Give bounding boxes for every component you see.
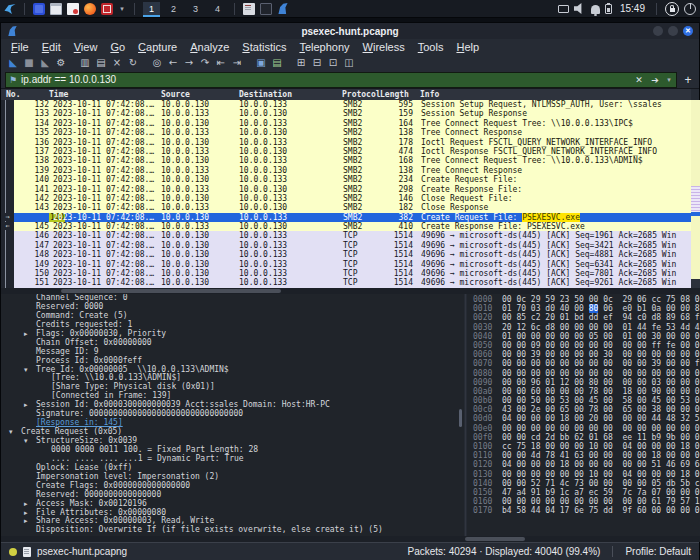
hex-byte[interactable]: 00 [603,405,613,414]
expand-toggle-icon[interactable]: ▸ [24,509,36,518]
hex-byte[interactable]: 00 [622,424,632,433]
firefox-icon[interactable] [84,3,96,15]
hex-byte[interactable]: 00 [622,414,632,423]
hex-byte[interactable]: db [666,479,676,488]
status-profile[interactable]: Profile: Default [625,546,691,557]
hex-byte[interactable]: 00 [516,497,526,506]
power-icon[interactable] [684,3,696,15]
hex-byte[interactable]: 08 [680,295,690,304]
hex-byte[interactable]: bb [560,433,570,442]
hex-byte[interactable]: 00 [680,405,690,414]
hex-byte[interactable]: 00 [622,378,632,387]
hex-row-0100[interactable]: 0100 cc 75 18 00 00 00 10 00 04 00 00 00… [473,442,700,451]
packet-row-147[interactable]: 1472023-10-11 07:42:08.…10.0.0.13010.0.0… [1,241,691,250]
kali-menu-icon[interactable] [4,3,16,15]
hex-byte[interactable]: 00 [531,497,541,506]
packet-row-141[interactable]: 1412023-10-11 07:42:08.…10.0.0.13310.0.0… [1,185,691,194]
stop-capture-icon[interactable]: ■ [21,56,37,70]
hex-byte[interactable]: 00 [680,387,690,396]
restart-capture-icon[interactable]: ◣ [37,56,53,70]
hex-byte[interactable]: 00 [531,332,541,341]
hex-row-0080[interactable]: 0080 00 00 00 00 00 00 00 00 00 00 00 00… [473,369,700,378]
hex-byte[interactable]: 00 [680,350,690,359]
hex-byte[interactable]: 00 [545,387,555,396]
hex-byte[interactable]: 0a [651,304,661,313]
expand-toggle-icon[interactable]: ▸ [24,517,36,526]
display-filter-input[interactable]: ⚑ ip.addr == 10.0.0.130 ✕ ➔ ▾ [5,72,677,88]
hex-byte[interactable]: 00 [603,369,613,378]
capture-options-icon[interactable]: ⚙ [53,56,69,70]
hex-byte[interactable]: 7a [637,488,647,497]
hex-row-0140[interactable]: 0140 00 00 52 71 4c 73 00 00 00 00 05 db… [473,479,700,488]
hex-byte[interactable]: 00 [516,378,526,387]
hex-byte[interactable]: 61 [651,497,661,506]
hex-byte[interactable]: b9 [545,488,555,497]
hex-byte[interactable]: 03 [651,378,661,387]
hex-byte[interactable]: 79 [666,497,676,506]
hex-byte[interactable]: 00 [695,332,700,341]
hex-byte[interactable]: 65 [560,405,570,414]
hex-byte[interactable]: 00 [603,497,613,506]
hex-row-00f0[interactable]: 00f0 00 00 cd 2d bb 62 01 68 ee 11 b9 9b… [473,433,700,442]
packet-row-137[interactable]: 1372023-10-11 07:42:08.…10.0.0.13310.0.0… [1,147,691,156]
menu-edit[interactable]: Edit [36,41,67,53]
packet-row-148[interactable]: 1482023-10-11 07:42:08.…10.0.0.13010.0.0… [1,250,691,259]
hex-byte[interactable]: 00 [637,378,647,387]
hex-byte[interactable]: 00 [603,451,613,460]
window-titlebar[interactable]: psexec-hunt.pcapng ✕ [1,23,699,39]
hex-byte[interactable]: 00 [622,479,632,488]
packet-row-136[interactable]: 1362023-10-11 07:42:08.…10.0.0.13010.0.0… [1,138,691,147]
hex-byte[interactable]: 00 [603,332,613,341]
hex-byte[interactable]: 00 [637,396,647,405]
hex-byte[interactable]: dd [603,506,613,515]
hex-row-0060[interactable]: 0060 00 00 39 00 00 00 00 30 00 00 00 00… [473,350,700,359]
hex-byte[interactable]: 80 [589,378,599,387]
hex-byte[interactable]: 18 [622,387,632,396]
hex-row-0160[interactable]: 0160 00 00 00 00 00 00 00 00 00 00 61 79… [473,497,700,506]
workspace-3[interactable]: 3 [187,2,204,16]
hex-byte[interactable]: 00 [574,304,584,313]
hex-byte[interactable]: 00 [695,350,700,359]
hex-byte[interactable]: 00 [622,460,632,469]
expand-toggle-icon[interactable]: ▾ [9,428,21,437]
hex-byte[interactable]: 5b [680,479,690,488]
hex-byte[interactable]: 00 [589,451,599,460]
hex-byte[interactable]: 00 [502,359,512,368]
hex-byte[interactable]: 50 [574,295,584,304]
hex-byte[interactable]: 4d [680,323,690,332]
hex-byte[interactable]: 47 [502,488,512,497]
column-header-length[interactable]: Length [380,89,409,100]
hex-byte[interactable]: 00 [516,405,526,414]
hex-byte[interactable]: 6e [574,506,584,515]
hex-byte[interactable]: 12 [516,323,526,332]
hex-byte[interactable]: 62 [574,433,584,442]
hex-byte[interactable]: 00 [589,350,599,359]
hex-byte[interactable]: 45 [589,396,599,405]
hex-byte[interactable]: 00 [603,387,613,396]
hex-byte[interactable]: ee [622,433,632,442]
hex-byte[interactable]: b1 [637,304,647,313]
hex-byte[interactable]: 32 [680,414,690,423]
hex-byte[interactable]: 00 [603,341,613,350]
hex-byte[interactable]: 11 [637,433,647,442]
filter-apply-icon[interactable]: ➔ [649,75,661,85]
hex-byte[interactable]: 00 [574,470,584,479]
hex-byte[interactable]: 00 [560,424,570,433]
column-header-source[interactable]: Source [161,89,190,100]
hex-byte[interactable]: 00 [637,359,647,368]
menu-file[interactable]: File [5,41,35,53]
hex-byte[interactable]: 00 [637,414,647,423]
hex-byte[interactable]: bd [574,313,584,322]
screen-capture-icon[interactable] [101,3,113,15]
hex-byte[interactable]: 00 [589,359,599,368]
packet-row-138[interactable]: 1382023-10-11 07:42:08.…10.0.0.13010.0.0… [1,156,691,165]
menu-analyze[interactable]: Analyze [184,41,235,53]
hex-byte[interactable]: d0 [545,304,555,313]
hex-byte[interactable]: 00 [502,378,512,387]
text-editor-icon[interactable] [67,3,79,15]
hex-byte[interactable]: 50 [531,396,541,405]
hex-byte[interactable]: 18 [680,470,690,479]
hex-byte[interactable]: 00 [545,369,555,378]
hex-byte[interactable]: 00 [502,350,512,359]
hex-byte[interactable]: c2 [531,313,541,322]
